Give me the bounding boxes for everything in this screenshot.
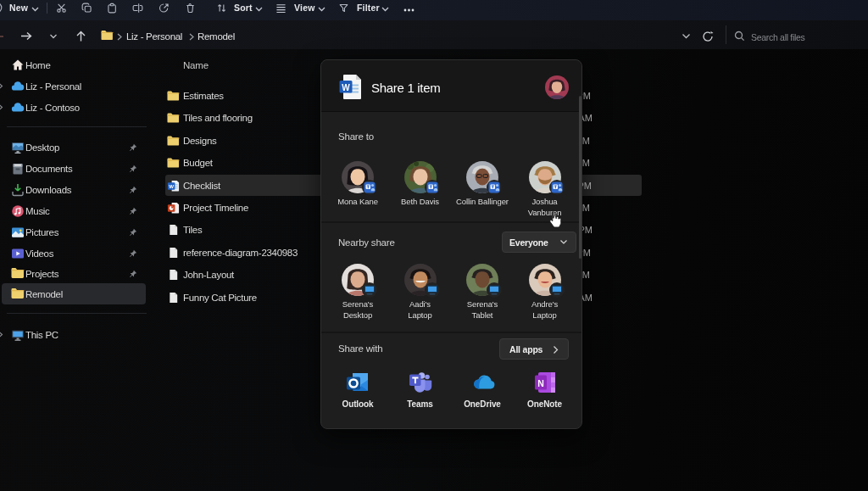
svg-text:N: N (537, 378, 544, 388)
svg-text:W: W (169, 182, 174, 188)
svg-text:W: W (342, 83, 350, 92)
